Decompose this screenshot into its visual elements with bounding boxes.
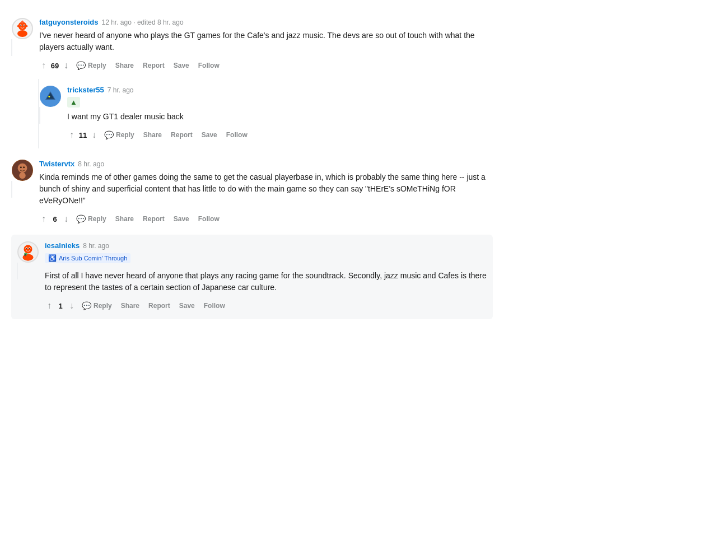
comment-actions-4: ↑ 1 ↓ 💬 Reply Share Report Save Follow [45, 299, 487, 312]
svg-point-15 [18, 164, 27, 173]
report-btn-2[interactable]: Report [167, 129, 196, 141]
reply-btn-1[interactable]: 💬 Reply [73, 59, 110, 72]
chat-icon-2: 💬 [104, 130, 114, 139]
save-btn-3[interactable]: Save [170, 213, 193, 225]
timestamp-2: 7 hr. ago [108, 86, 134, 94]
username-fatguyonsteroids[interactable]: fatguyonsteroids [39, 18, 98, 26]
comment-left-4 [17, 241, 39, 312]
save-btn-1[interactable]: Save [170, 59, 193, 72]
svg-point-1 [17, 30, 27, 37]
vote-count-2: 11 [78, 131, 87, 139]
flair-label: Aris Sub Comin' Through [59, 255, 127, 262]
follow-btn-1[interactable]: Follow [195, 59, 223, 72]
username-twistervtx[interactable]: Twistervtx [39, 160, 74, 168]
flair-icon: ♿ [48, 254, 57, 262]
timestamp-3: 8 hr. ago [78, 160, 104, 168]
upvote-btn-1[interactable]: ↑ [39, 59, 48, 72]
timestamp-4: 8 hr. ago [83, 242, 109, 250]
share-btn-4[interactable]: Share [118, 300, 143, 312]
follow-btn-2[interactable]: Follow [223, 129, 251, 141]
reply-btn-3[interactable]: 💬 Reply [73, 212, 110, 226]
chat-icon-3: 💬 [76, 214, 86, 223]
svg-point-17 [23, 166, 25, 168]
comment-body-3: Kinda reminds me of other games doing th… [39, 171, 493, 207]
report-btn-4[interactable]: Report [145, 300, 174, 312]
comment-actions-2: ↑ 11 ↓ 💬 Reply Share Report Save Follow [67, 128, 493, 142]
vote-count-4: 1 [56, 302, 65, 310]
svg-point-24 [26, 248, 27, 249]
nested-thread: trickster55 7 hr. ago ▲ I want my GT1 de… [38, 79, 493, 148]
svg-point-4 [20, 25, 21, 26]
save-btn-2[interactable]: Save [198, 129, 221, 141]
report-btn-3[interactable]: Report [139, 213, 168, 225]
comment-left-1 [11, 18, 34, 72]
svg-point-25 [29, 248, 30, 249]
avatar-twistervtx [12, 160, 33, 181]
comment-body-2: I want my GT1 dealer music back [67, 111, 493, 123]
thread-line-4 [17, 263, 18, 279]
thread-line-1 [11, 39, 12, 56]
follow-btn-3[interactable]: Follow [195, 213, 223, 225]
comment-actions-3: ↑ 6 ↓ 💬 Reply Share Report Save Follow [39, 212, 493, 226]
comment-right-4: iesalnieks 8 hr. ago ♿ Aris Sub Comin' T… [45, 241, 487, 312]
svg-point-28 [25, 255, 26, 255]
comment-header-4: iesalnieks 8 hr. ago [45, 241, 487, 250]
vote-count-3: 6 [50, 215, 59, 223]
downvote-btn-3[interactable]: ↓ [62, 213, 71, 225]
comment-right-1: fatguyonsteroids 12 hr. ago · edited 8 h… [39, 18, 493, 72]
comment-fatguyonsteroids: fatguyonsteroids 12 hr. ago · edited 8 h… [11, 11, 493, 79]
report-btn-1[interactable]: Report [139, 59, 168, 72]
reply-btn-2[interactable]: 💬 Reply [101, 128, 138, 142]
comment-iesalnieks: iesalnieks 8 hr. ago ♿ Aris Sub Comin' T… [11, 235, 493, 319]
chat-icon-4: 💬 [82, 301, 91, 310]
upvote-btn-3[interactable]: ↑ [39, 213, 48, 225]
upvote-btn-2[interactable]: ↑ [67, 129, 76, 141]
comment-actions-1: ↑ 69 ↓ 💬 Reply Share Report Save Follow [39, 59, 493, 72]
chat-icon-1: 💬 [76, 61, 86, 70]
username-trickster55[interactable]: trickster55 [67, 86, 104, 94]
svg-point-5 [24, 25, 25, 26]
comment-right-3: Twistervtx 8 hr. ago Kinda reminds me of… [39, 160, 493, 226]
avatar-fatguyonsteroids [12, 18, 33, 39]
svg-point-7 [25, 25, 27, 27]
reply-btn-4[interactable]: 💬 Reply [78, 299, 115, 312]
trickster-award: ▲ [67, 97, 493, 106]
share-btn-2[interactable]: Share [140, 129, 165, 141]
comment-body-4: First of all I have never heard of anyon… [45, 270, 487, 293]
username-iesalnieks[interactable]: iesalnieks [45, 241, 80, 250]
svg-point-13 [48, 96, 50, 97]
downvote-btn-4[interactable]: ↓ [67, 300, 76, 312]
downvote-btn-1[interactable]: ↓ [62, 59, 71, 72]
comment-left-3 [11, 160, 34, 226]
timestamp-1: 12 hr. ago · edited 8 hr. ago [101, 18, 183, 26]
svg-point-8 [21, 21, 24, 24]
upvote-btn-4[interactable]: ↑ [45, 300, 54, 312]
comment-right-2: trickster55 7 hr. ago ▲ I want my GT1 de… [67, 86, 493, 142]
comment-header-2: trickster55 7 hr. ago [67, 86, 493, 94]
flair-container: ♿ Aris Sub Comin' Through [45, 253, 487, 263]
svg-point-6 [17, 25, 19, 27]
avatar-iesalnieks [17, 241, 39, 263]
downvote-btn-2[interactable]: ↓ [90, 129, 99, 141]
save-btn-4[interactable]: Save [176, 300, 198, 312]
svg-point-18 [19, 172, 25, 179]
comment-twistervtx: Twistervtx 8 hr. ago Kinda reminds me of… [11, 153, 493, 232]
share-btn-3[interactable]: Share [112, 213, 137, 225]
award-badge: ▲ [67, 97, 80, 108]
comment-header-1: fatguyonsteroids 12 hr. ago · edited 8 h… [39, 18, 493, 26]
comment-trickster55: trickster55 7 hr. ago ▲ I want my GT1 de… [39, 79, 493, 148]
follow-btn-4[interactable]: Follow [200, 300, 228, 312]
comment-body-1: I've never heard of anyone who plays the… [39, 30, 493, 53]
vote-count-1: 69 [50, 62, 59, 70]
avatar-trickster55 [40, 86, 61, 107]
comment-left-2 [39, 86, 62, 142]
comment-header-3: Twistervtx 8 hr. ago [39, 160, 493, 168]
svg-point-20 [24, 245, 32, 253]
svg-point-16 [20, 166, 22, 168]
share-btn-1[interactable]: Share [112, 59, 137, 72]
thread-line-2 [39, 107, 40, 124]
user-flair: ♿ Aris Sub Comin' Through [45, 253, 130, 263]
thread-line-3 [11, 181, 12, 198]
